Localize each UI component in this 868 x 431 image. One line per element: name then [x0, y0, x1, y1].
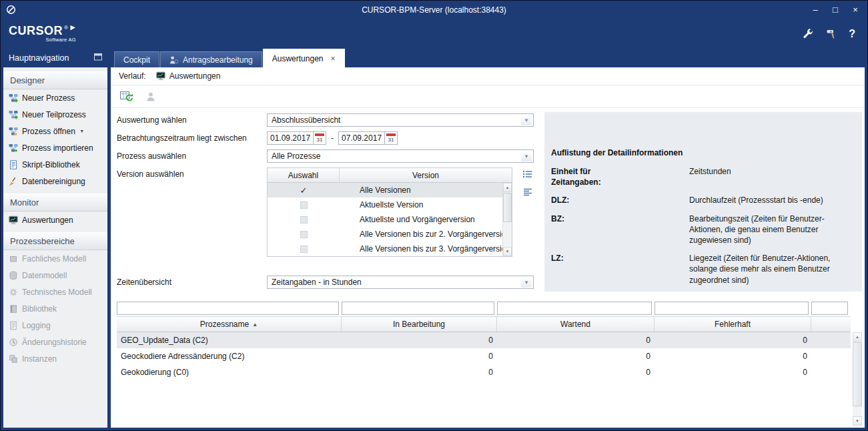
filter-input-extra[interactable]	[811, 302, 848, 315]
filter-input-fehlerhaft[interactable]	[655, 302, 809, 315]
version-row[interactable]: ✓Alle Versionen	[268, 183, 512, 197]
column-header-prozessname[interactable]: Prozessname▲	[117, 317, 342, 332]
sidebar-item-datenbereinigung[interactable]: Datenbereinigung	[3, 173, 107, 189]
unchecked-checkbox[interactable]	[300, 201, 308, 209]
sidebar-item-label: Skript-Bibliothek	[22, 160, 80, 169]
export-button	[141, 88, 161, 105]
close-button[interactable]: ×	[849, 5, 862, 15]
filter-input-wartend[interactable]	[497, 302, 652, 315]
scroll-down-icon[interactable]: ▼	[503, 247, 512, 256]
table-row[interactable]: Geockodiere Adressänderung (C2)000	[117, 348, 851, 364]
window-controls: – □ ×	[809, 5, 862, 15]
history-item-auswertungen[interactable]: Auswertungen	[152, 70, 225, 82]
scrollbar-thumb[interactable]	[503, 193, 512, 222]
section-header-prozessbereiche[interactable]: Prozessbereiche	[3, 232, 107, 250]
column-header-in-bearbeitung[interactable]: In Bearbeitung	[342, 317, 497, 332]
maximize-button[interactable]: □	[829, 5, 842, 15]
chevron-down-icon: ▾	[521, 115, 532, 125]
section-header-designer[interactable]: Designer	[3, 71, 107, 89]
sidebar-item-datenmodell: Datenmodell	[3, 267, 107, 284]
sidebar-item-auswertungen[interactable]: Auswertungen	[3, 211, 107, 228]
scroll-down-icon[interactable]: ▼	[853, 416, 862, 426]
tab-label: Auswertungen	[272, 54, 324, 63]
layers-icon	[9, 354, 18, 364]
version-scrollbar[interactable]: ▲ ▼	[502, 183, 512, 256]
section-header-monitor[interactable]: Monitor	[3, 193, 107, 211]
tab-auswertungen[interactable]: Auswertungen×	[263, 49, 345, 67]
sidebar-item-label: Neuer Prozess	[22, 93, 75, 103]
minimize-button[interactable]: –	[809, 5, 822, 15]
scrollbar-track[interactable]	[503, 223, 512, 247]
filter-input-in-bearbeitung[interactable]	[342, 302, 494, 315]
scrollbar-track[interactable]	[853, 407, 862, 416]
process-select-row: Prozess auswählen Alle Prozesse ▾	[117, 149, 534, 163]
info-entry: LZ:Liegezeit (Zeiten für Benutzer-Aktion…	[551, 253, 853, 286]
sidebar-item-neuer-teilprozess[interactable]: Neuer Teilprozess	[3, 106, 107, 123]
unchecked-checkbox[interactable]	[300, 216, 308, 224]
sidebar-item-prozess-oeffnen[interactable]: Prozess öffnen▾	[3, 123, 107, 139]
sidebar-item-skript-bibliothek[interactable]: Skript-Bibliothek	[3, 156, 107, 173]
version-row[interactable]: Alle Versionen bis zur 3. Vorgängerversi…	[268, 242, 512, 256]
help-icon[interactable]: ?	[849, 28, 855, 40]
info-definition: Bearbeitungszeit (Zeiten für Benutzer-Ak…	[689, 213, 853, 246]
info-entry: DLZ:Durchlaufzeit (Prozessstart bis -end…	[551, 195, 853, 205]
report-select[interactable]: Abschlussübersicht ▾	[267, 113, 534, 127]
close-tab-icon[interactable]: ×	[330, 54, 335, 63]
column-header-fehlerhaft[interactable]: Fehlerhaft	[655, 317, 811, 332]
tab-antragsbearbeitung[interactable]: Antragsbearbeitung	[160, 51, 262, 67]
scroll-up-icon[interactable]: ▲	[503, 183, 512, 192]
list-view-icon[interactable]	[522, 169, 533, 179]
report-settings-panel: Auswertung wählen Abschlussübersicht ▾ B…	[111, 108, 865, 298]
generate-report-button[interactable]	[117, 88, 137, 105]
sidebar-item-label: Fachliches Modell	[22, 254, 86, 264]
sidebar-item-label: Datenmodell	[22, 271, 67, 280]
sidebar-item-neuer-prozess[interactable]: Neuer Prozess	[3, 89, 107, 106]
sidebar-item-fachliches-modell: Fachliches Modell	[3, 250, 107, 267]
column-header-wartend[interactable]: Wartend	[497, 317, 655, 332]
sidebar-item-instanzen: Instanzen	[3, 350, 107, 367]
brand-registered: ®	[64, 25, 68, 31]
info-term-text: BZ:	[551, 213, 564, 224]
version-row-label: Alle Versionen bis zur 3. Vorgängerversi…	[340, 244, 510, 254]
tools-icon[interactable]	[825, 28, 837, 40]
wrench-icon[interactable]	[802, 28, 814, 40]
tab-cockpit[interactable]: Cockpit	[114, 51, 159, 67]
version-row[interactable]: Aktuellste und Vorgängerversion	[268, 212, 512, 227]
version-row-label: Alle Versionen	[340, 185, 411, 195]
unchecked-checkbox[interactable]	[300, 246, 308, 253]
version-column-auswahl: Auswahl	[268, 168, 340, 182]
calendar-icon[interactable]: 31	[385, 131, 398, 145]
checked-checkbox[interactable]: ✓	[300, 186, 308, 195]
version-select-label: Version auswählen	[117, 169, 267, 179]
calendar-icon[interactable]: 31	[314, 131, 326, 145]
filter-input-prozessname[interactable]	[117, 302, 339, 315]
sidebar-item-technisches-modell: Technisches Modell	[3, 284, 107, 300]
table-row[interactable]: GEO_Update_Data (C2)000	[117, 332, 851, 348]
calendar-day: 31	[317, 136, 323, 144]
version-row-label: Alle Versionen bis zur 2. Vorgängerversi…	[340, 230, 510, 239]
pin-icon[interactable]	[94, 53, 102, 63]
chevron-down-icon: ▾	[521, 151, 532, 161]
sidebar-item-prozess-importieren[interactable]: Prozess importieren	[3, 139, 107, 156]
sidebar-item-label: Datenbereinigung	[22, 177, 85, 186]
table-row[interactable]: Geokodierung (C0)000	[117, 364, 851, 380]
app-logo-icon	[6, 5, 16, 15]
scroll-up-icon[interactable]: ▲	[853, 332, 862, 342]
import-process-icon	[9, 143, 18, 153]
detail-view-icon[interactable]	[522, 187, 533, 197]
unchecked-checkbox[interactable]	[300, 231, 308, 238]
cube-icon	[9, 254, 18, 264]
process-select[interactable]: Alle Prozesse ▾	[267, 149, 534, 163]
scrollbar-thumb[interactable]	[853, 342, 862, 406]
header-toolbar: ?	[802, 28, 855, 40]
info-panel-title: Auflistung der Detailinformationen	[551, 148, 853, 157]
version-select-row: Version auswählen Auswahl Version ✓Alle …	[117, 167, 534, 257]
version-row[interactable]: Alle Versionen bis zur 2. Vorgängerversi…	[268, 227, 512, 242]
process-name-cell: Geockodiere Adressänderung (C2)	[117, 348, 342, 364]
version-row[interactable]: Aktuellste Version	[268, 197, 512, 212]
new-subprocess-icon	[9, 110, 18, 119]
period-to-input[interactable]	[338, 131, 385, 145]
period-from-input[interactable]	[267, 131, 314, 145]
time-select[interactable]: Zeitangaben - in Stunden ▾	[267, 276, 534, 289]
results-scrollbar[interactable]: ▲ ▼	[853, 332, 862, 426]
